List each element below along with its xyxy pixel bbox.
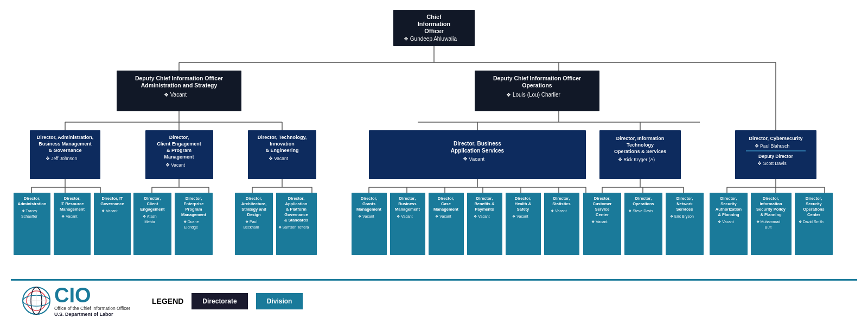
- svg-text:❖ Muhammad: ❖ Muhammad: [756, 220, 781, 224]
- svg-text:Eldridge: Eldridge: [184, 225, 198, 230]
- svg-text:Benefits &: Benefits &: [474, 201, 495, 206]
- svg-text:Director,: Director,: [186, 196, 202, 201]
- svg-text:❖ David Smith: ❖ David Smith: [799, 220, 824, 224]
- cio-logo-icon: [22, 286, 52, 316]
- svg-text:Business Management: Business Management: [39, 141, 92, 147]
- svg-text:❖ Vacant: ❖ Vacant: [101, 209, 117, 213]
- svg-text:❖ Vacant: ❖ Vacant: [358, 214, 374, 218]
- legend-division: Division: [256, 293, 303, 309]
- svg-text:Operations: Operations: [803, 207, 825, 212]
- svg-text:Security: Security: [720, 201, 737, 206]
- svg-text:❖ Jeff Johnson: ❖ Jeff Johnson: [46, 156, 78, 161]
- svg-text:❖ Scott Davis: ❖ Scott Davis: [757, 161, 786, 166]
- svg-text:& Planning: & Planning: [718, 212, 739, 217]
- svg-text:Deputy Chief Information Offic: Deputy Chief Information Officer: [135, 75, 223, 81]
- svg-text:& Standards: & Standards: [284, 218, 308, 223]
- legend-directorate: Directorate: [192, 293, 247, 309]
- svg-text:Director, Business: Director, Business: [454, 141, 501, 147]
- svg-text:Architecture,: Architecture,: [241, 201, 266, 206]
- svg-text:Director,: Director,: [144, 196, 161, 201]
- svg-text:Administration and Strategy: Administration and Strategy: [141, 82, 218, 88]
- legend-title: LEGEND: [152, 297, 183, 306]
- svg-text:Service: Service: [595, 207, 610, 212]
- svg-text:Management: Management: [164, 154, 194, 160]
- svg-text:Management: Management: [181, 212, 206, 217]
- svg-text:❖ Vacant: ❖ Vacant: [164, 92, 187, 98]
- svg-text:Director, IT: Director, IT: [101, 196, 123, 201]
- svg-text:❖ Duane: ❖ Duane: [183, 220, 199, 224]
- svg-text:❖ Eric Bryson: ❖ Eric Bryson: [670, 214, 694, 219]
- svg-text:Safety: Safety: [517, 207, 529, 212]
- logo-area: CIO Office of the Chief Information Offi…: [22, 285, 130, 317]
- svg-text:Director,: Director,: [515, 196, 531, 201]
- org-chart-svg: .blk { fill: #111827; } .dkblue { fill: …: [11, 5, 857, 271]
- svg-text:❖ Paul Blahusch: ❖ Paul Blahusch: [755, 143, 790, 149]
- svg-text:Director,: Director,: [64, 196, 80, 201]
- svg-text:❖ Paul: ❖ Paul: [245, 220, 257, 224]
- svg-text:❖ Vacant: ❖ Vacant: [718, 220, 733, 224]
- svg-text:Management: Management: [356, 207, 381, 212]
- svg-text:Authorization: Authorization: [716, 207, 742, 212]
- svg-text:Chief: Chief: [426, 14, 442, 20]
- svg-text:Program: Program: [186, 207, 202, 212]
- svg-text:Security: Security: [806, 201, 822, 206]
- svg-text:Business: Business: [398, 201, 416, 206]
- svg-text:Application: Application: [285, 201, 308, 206]
- svg-text:❖ Vacant: ❖ Vacant: [397, 214, 412, 218]
- svg-text:Management: Management: [60, 207, 85, 212]
- svg-text:Director,: Director,: [594, 196, 610, 201]
- svg-text:Director, Information: Director, Information: [616, 136, 665, 141]
- org-name: Office of the Chief Information Officer: [54, 306, 130, 312]
- svg-text:Innovation: Innovation: [270, 141, 295, 147]
- svg-text:Grants: Grants: [362, 201, 375, 206]
- svg-text:Butt: Butt: [765, 225, 772, 229]
- svg-text:Services: Services: [676, 207, 693, 212]
- svg-text:Officer: Officer: [424, 28, 444, 34]
- cio-label: CIO: [54, 285, 130, 306]
- svg-text:Schaeffer: Schaeffer: [21, 214, 38, 218]
- legend-area: LEGEND Directorate Division: [152, 293, 303, 309]
- svg-text:Operations: Operations: [522, 82, 552, 88]
- svg-text:Center: Center: [807, 212, 820, 217]
- svg-text:Security Policy: Security Policy: [756, 207, 786, 212]
- svg-text:Client Engagement: Client Engagement: [157, 141, 201, 147]
- svg-text:Director, Technology,: Director, Technology,: [258, 135, 307, 140]
- svg-text:Network: Network: [676, 201, 693, 206]
- svg-text:❖ Tracey: ❖ Tracey: [22, 209, 37, 213]
- svg-text:❖ Vacant: ❖ Vacant: [435, 214, 451, 218]
- svg-text:Deputy Director: Deputy Director: [758, 154, 793, 159]
- svg-text:❖ Gundeep Ahluwalia: ❖ Gundeep Ahluwalia: [404, 36, 457, 42]
- svg-text:Director,: Director,: [24, 196, 40, 201]
- footer: CIO Office of the Chief Information Offi…: [11, 279, 857, 317]
- svg-text:Statistics: Statistics: [552, 201, 570, 206]
- svg-text:Deputy Chief Information Offic: Deputy Chief Information Officer: [493, 75, 581, 81]
- org-chart-container: .blk { fill: #111827; } .dkblue { fill: …: [0, 0, 868, 317]
- svg-text:Director,: Director,: [169, 135, 189, 140]
- svg-text:Design: Design: [247, 212, 260, 217]
- dept-name: U.S. Department of Labor: [54, 312, 130, 317]
- svg-text:Director,: Director,: [720, 196, 737, 201]
- svg-text:Information: Information: [760, 201, 782, 206]
- svg-text:❖ Vacant: ❖ Vacant: [165, 162, 186, 168]
- svg-text:Enterprise: Enterprise: [183, 201, 203, 206]
- svg-text:❖ Vacant: ❖ Vacant: [269, 156, 289, 161]
- svg-text:Case: Case: [441, 201, 451, 206]
- svg-text:Management: Management: [433, 207, 458, 212]
- svg-text:& Program: & Program: [167, 148, 192, 153]
- svg-text:Client: Client: [147, 201, 158, 206]
- svg-text:Director,: Director,: [399, 196, 416, 201]
- svg-text:Engagement: Engagement: [140, 207, 165, 212]
- svg-text:❖ Samson Teffera: ❖ Samson Teffera: [278, 225, 309, 229]
- svg-text:Operations & Services: Operations & Services: [614, 149, 666, 154]
- svg-text:❖ Louis (Lou) Charlier: ❖ Louis (Lou) Charlier: [506, 92, 560, 98]
- svg-text:❖ Vacant: ❖ Vacant: [551, 209, 566, 213]
- svg-text:Mehta: Mehta: [144, 220, 155, 224]
- svg-text:Center: Center: [596, 212, 609, 217]
- chart-wrapper: .blk { fill: #111827; } .dkblue { fill: …: [11, 5, 857, 274]
- svg-text:Director,: Director,: [438, 196, 454, 201]
- svg-text:Technology: Technology: [627, 142, 654, 148]
- svg-text:Director,: Director,: [806, 196, 822, 201]
- svg-text:Director, Cybersecurity: Director, Cybersecurity: [749, 136, 802, 141]
- svg-text:IT Resource: IT Resource: [61, 201, 84, 206]
- svg-text:Strategy and: Strategy and: [241, 207, 266, 212]
